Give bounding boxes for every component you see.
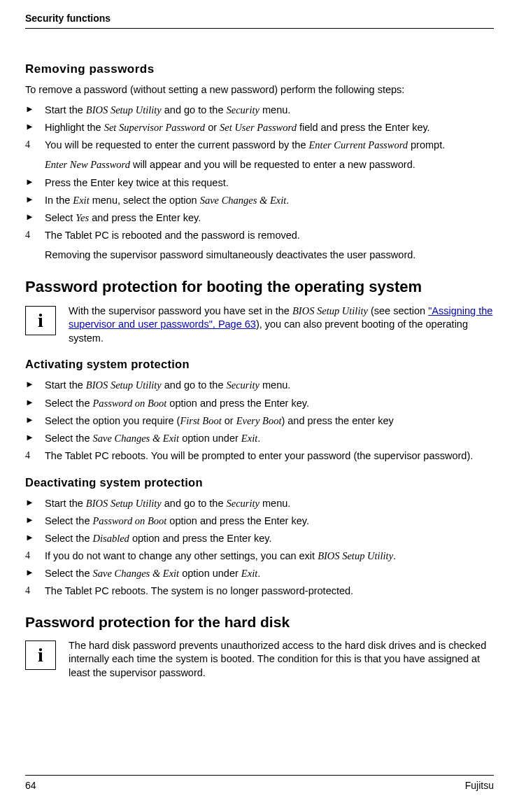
arrow-icon: ►	[25, 431, 34, 444]
step-item: ►In the Exit menu, select the option Sav…	[25, 193, 494, 208]
step-item: 4If you do not want to change any other …	[25, 549, 494, 564]
section-activating-title: Activating system protection	[25, 358, 494, 371]
arrow-icon: ►	[25, 566, 34, 580]
step-item: ►Start the BIOS Setup Utility and go to …	[25, 496, 494, 511]
arrow-icon: ►	[25, 176, 34, 189]
arrow-icon: ►	[25, 414, 34, 427]
step-text: The Tablet PC reboots. You will be promp…	[45, 450, 473, 461]
step-item: ►Select the Save Changes & Exit option u…	[25, 431, 494, 446]
step-text: The Tablet PC reboots. The system is no …	[45, 585, 353, 596]
step-text: Select the Save Changes & Exit option un…	[45, 433, 260, 444]
step-text: Select the Disabled option and press the…	[45, 533, 272, 544]
step-text: Select Yes and press the Enter key.	[45, 212, 201, 223]
arrow-icon: ►	[25, 193, 34, 206]
arrow-icon: ►	[25, 396, 34, 410]
brand-name: Fujitsu	[465, 780, 494, 791]
step-item: ►Start the BIOS Setup Utility and go to …	[25, 378, 494, 393]
section-harddisk-title: Password protection for the hard disk	[25, 614, 494, 631]
step-text: The Tablet PC is rebooted and the passwo…	[45, 230, 300, 241]
step-item: ►Highlight the Set Supervisor Password o…	[25, 120, 494, 135]
step-text: If you do not want to change any other s…	[45, 550, 396, 561]
step-item: ►Press the Enter key twice at this reque…	[25, 176, 494, 190]
step-text: You will be requested to enter the curre…	[45, 139, 445, 150]
page-header: Security functions	[25, 13, 494, 29]
page-number: 64	[25, 780, 36, 791]
step-text: Start the BIOS Setup Utility and go to t…	[45, 498, 290, 509]
section-deactivating-title: Deactivating system protection	[25, 476, 494, 489]
arrow-icon: ►	[25, 211, 34, 224]
result-icon: 4	[25, 449, 30, 463]
section-removing-passwords-title: Removing passwords	[25, 62, 494, 76]
arrow-icon: ►	[25, 103, 34, 116]
arrow-icon: ►	[25, 514, 34, 527]
step-item: ►Select the Disabled option and press th…	[25, 531, 494, 546]
step-item: ►Select the Password on Boot option and …	[25, 514, 494, 528]
step-item: ►Start the BIOS Setup Utility and go to …	[25, 103, 494, 118]
info-text: With the supervisor password you have se…	[69, 304, 494, 346]
step-text: Select the option you require (First Boo…	[45, 415, 394, 426]
result-icon: 4	[25, 228, 30, 242]
step-text: Start the BIOS Setup Utility and go to t…	[45, 104, 290, 115]
step-text: Highlight the Set Supervisor Password or…	[45, 122, 430, 133]
step-item: ►Select the Password on Boot option and …	[25, 396, 494, 411]
step-text: In the Exit menu, select the option Save…	[45, 195, 289, 206]
step-text: Select the Password on Boot option and p…	[45, 515, 309, 526]
step-item: 4The Tablet PC reboots. The system is no…	[25, 584, 494, 598]
section-booting-title: Password protection for booting the oper…	[25, 278, 494, 296]
arrow-icon: ►	[25, 378, 34, 391]
page-footer: 64 Fujitsu	[25, 775, 494, 791]
arrow-icon: ►	[25, 120, 34, 134]
step-item: ►Select Yes and press the Enter key.	[25, 211, 494, 225]
info-icon: i	[25, 640, 56, 670]
step-item: ►Select the Save Changes & Exit option u…	[25, 566, 494, 581]
info-icon: i	[25, 306, 56, 335]
result-icon: 4	[25, 549, 30, 563]
info-block: i The hard disk password prevents unauth…	[25, 639, 494, 680]
arrow-icon: ►	[25, 531, 34, 545]
step-text: Select the Password on Boot option and p…	[45, 398, 309, 409]
info-block: i With the supervisor password you have …	[25, 304, 494, 346]
step-item: 4The Tablet PC is rebooted and the passw…	[25, 228, 494, 243]
result-icon: 4	[25, 138, 30, 152]
step-item: 4You will be requested to enter the curr…	[25, 138, 494, 153]
step-subtext: Enter New Password will appear and you w…	[45, 158, 494, 172]
step-text: Press the Enter key twice at this reques…	[45, 177, 229, 188]
removing-intro: To remove a password (without setting a …	[25, 83, 494, 97]
step-text: Start the BIOS Setup Utility and go to t…	[45, 379, 290, 391]
info-text: The hard disk password prevents unauthor…	[69, 639, 494, 680]
result-icon: 4	[25, 584, 30, 598]
step-item: ►Select the option you require (First Bo…	[25, 414, 494, 428]
step-item: 4The Tablet PC reboots. You will be prom…	[25, 449, 494, 463]
step-text: Select the Save Changes & Exit option un…	[45, 568, 260, 579]
step-subtext: Removing the supervisor password simulta…	[45, 248, 494, 262]
arrow-icon: ►	[25, 496, 34, 510]
